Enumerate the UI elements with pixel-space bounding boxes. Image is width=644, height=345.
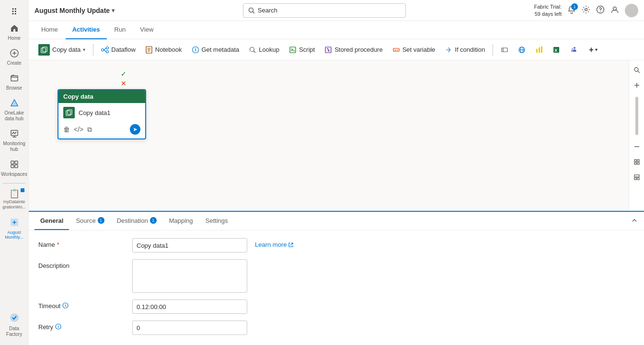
canvas-search-btn[interactable] [631, 64, 643, 76]
canvas-fit-btn[interactable] [631, 156, 643, 168]
destination-tab-label: Destination [117, 217, 148, 224]
sidebar-item-browse[interactable]: Browse [0, 70, 28, 95]
activity-node-header: Copy data [58, 90, 145, 103]
copy-data-label: Copy data [52, 46, 80, 53]
retry-info-icon[interactable] [55, 323, 61, 330]
toolbar-excel-icon[interactable]: X [549, 44, 564, 56]
sidebar-home-label: Home [8, 35, 21, 41]
help-button[interactable] [596, 5, 605, 16]
toolbar-globe-icon[interactable] [514, 44, 529, 56]
sidebar-item-august[interactable]: AugustMonthly... [0, 214, 28, 244]
sidebar-item-onelake[interactable]: OneLakedata hub [0, 95, 28, 126]
svg-point-12 [10, 313, 19, 322]
profile-button[interactable] [610, 5, 619, 16]
description-label: Description [38, 259, 125, 269]
retry-input[interactable] [132, 321, 247, 335]
source-tab-badge: 1 [98, 217, 104, 224]
toolbar-if-condition[interactable]: If condition [441, 44, 489, 56]
sidebar-item-datafactory[interactable]: Data Factory [0, 309, 28, 341]
toolbar-power-bi-icon[interactable] [531, 44, 547, 56]
toolbar: Copy data ▾ Dataflow Notebook Get metada… [29, 39, 644, 60]
mydataint-icon: 📋 [9, 189, 20, 198]
toolbar-notebook[interactable]: Notebook [141, 44, 186, 56]
name-input[interactable] [132, 238, 247, 253]
activity-delete-btn[interactable]: 🗑 [63, 126, 70, 133]
sidebar-create-label: Create [7, 60, 21, 66]
search-bar[interactable] [243, 3, 406, 18]
toolbar-script[interactable]: Script [285, 44, 319, 56]
tab-settings[interactable]: Settings [200, 212, 234, 230]
toolbar-pipeline-icon-1[interactable] [497, 44, 512, 56]
activity-code-btn[interactable]: </> [74, 126, 83, 133]
sidebar-item-mydataint[interactable]: 📋 myDataintegrationWo... [0, 185, 28, 214]
get-metadata-label: Get metadata [202, 46, 240, 53]
toolbar-stored-procedure[interactable]: Stored procedure [321, 44, 386, 56]
name-label: Name * [38, 238, 125, 248]
svg-rect-10 [15, 165, 18, 168]
svg-rect-44 [536, 49, 538, 53]
get-metadata-icon [192, 46, 199, 54]
toolbar-copy-data[interactable]: Copy data ▾ [34, 42, 89, 58]
dataflow-label: Dataflow [111, 46, 136, 53]
svg-line-32 [254, 51, 256, 53]
globe-icon [518, 46, 526, 54]
toolbar-teams-icon[interactable] [566, 44, 581, 56]
sidebar-item-home[interactable]: Home [0, 20, 28, 45]
advanced-section[interactable]: ▶ Advanced [38, 342, 634, 345]
toolbar-more-button[interactable]: + ▾ [585, 44, 601, 56]
tab-mapping[interactable]: Mapping [163, 212, 199, 230]
tab-view[interactable]: View [133, 21, 160, 39]
title-chevron-icon[interactable]: ▾ [112, 7, 115, 14]
svg-point-13 [249, 8, 253, 12]
tab-general[interactable]: General [34, 212, 69, 230]
tab-activities[interactable]: Activities [66, 21, 107, 39]
activity-copy-btn[interactable]: ⧉ [87, 126, 92, 134]
notification-badge: 1 [571, 3, 578, 10]
svg-text:X: X [554, 48, 557, 53]
timeout-input[interactable] [132, 299, 247, 314]
toolbar-set-variable[interactable]: x= Set variable [389, 44, 439, 56]
timeout-info-icon[interactable] [62, 302, 69, 309]
toolbar-get-metadata[interactable]: Get metadata [188, 44, 243, 56]
sidebar-item-monitoring[interactable]: Monitoringhub [0, 126, 28, 156]
canvas-controls [629, 60, 644, 211]
toolbar-dataflow[interactable]: Dataflow [97, 44, 139, 56]
august-icon [10, 218, 19, 229]
topbar: August Monthly Update ▾ Fabric Trial: 59… [29, 0, 644, 21]
fail-connector[interactable]: ✕ [121, 80, 127, 87]
sidebar-item-workspaces[interactable]: Workspaces [0, 156, 28, 181]
sidebar-mydataint-label: myDataintegrationWo... [2, 199, 25, 210]
canvas-zoom-in-btn[interactable] [631, 80, 643, 91]
bottom-panel-header: General Source 1 Destination 1 Mapping S [29, 212, 644, 230]
stored-procedure-label: Stored procedure [334, 46, 382, 53]
activity-node-name: Copy data1 [79, 109, 111, 116]
learn-more-link[interactable]: Learn more [255, 238, 294, 248]
settings-button[interactable] [582, 5, 590, 16]
avatar[interactable] [625, 4, 638, 17]
description-input[interactable] [132, 259, 247, 293]
tab-destination[interactable]: Destination 1 [111, 212, 162, 230]
dot-indicator [21, 188, 24, 192]
tab-source[interactable]: Source 1 [70, 212, 110, 230]
tab-home[interactable]: Home [34, 21, 65, 39]
completion-connector[interactable]: → [121, 89, 127, 97]
source-tab-label: Source [76, 217, 95, 224]
svg-line-53 [638, 71, 640, 73]
success-connector[interactable]: ✓ [121, 70, 127, 78]
sidebar-item-waffle[interactable]: ⠿ [0, 4, 28, 20]
collapse-panel-btn[interactable] [631, 217, 638, 226]
create-icon [10, 49, 19, 59]
tab-run[interactable]: Run [108, 21, 133, 39]
canvas-zoom-out-btn[interactable] [631, 141, 643, 152]
activity-node[interactable]: Copy data Copy data1 🗑 </> ⧉ ➤ [58, 89, 146, 139]
activity-next-btn[interactable]: ➤ [130, 124, 140, 135]
sidebar-item-create[interactable]: Create [0, 45, 28, 70]
notification-button[interactable]: 1 [567, 5, 576, 16]
form-row-timeout: Timeout [38, 299, 634, 314]
search-input[interactable] [258, 7, 401, 14]
svg-point-31 [250, 47, 254, 51]
canvas-layout-btn[interactable] [631, 172, 643, 183]
app-title: August Monthly Update ▾ [34, 7, 115, 14]
toolbar-lookup[interactable]: Lookup [245, 44, 283, 56]
sidebar-divider [3, 183, 25, 184]
